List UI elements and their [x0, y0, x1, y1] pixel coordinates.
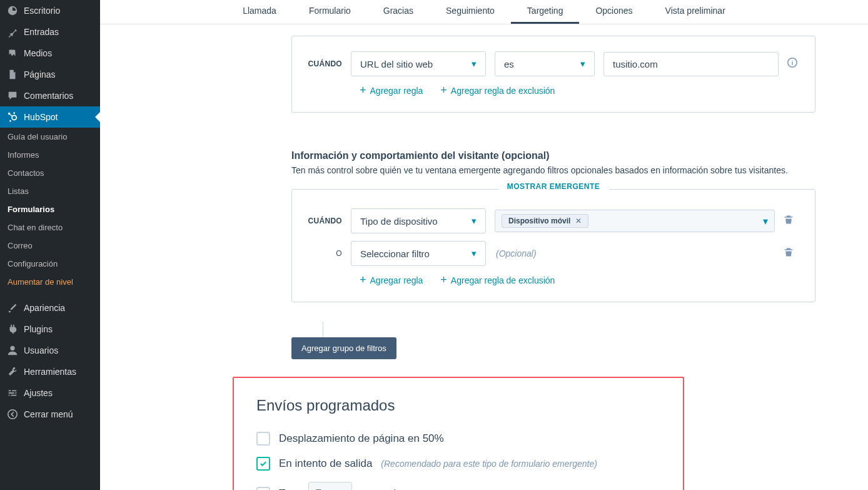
after-prefix: Tras	[279, 487, 300, 490]
svg-point-7	[8, 410, 17, 419]
pin-icon	[6, 26, 19, 38]
user-icon	[6, 344, 19, 357]
tab-gracias[interactable]: Gracias	[367, 0, 430, 24]
seconds-input[interactable]	[308, 482, 352, 490]
exit-intent-checkbox[interactable]	[256, 457, 270, 471]
plus-icon: +	[360, 273, 366, 287]
connector-line	[323, 321, 323, 337]
sidebar-item-entradas[interactable]: Entradas	[0, 21, 100, 43]
sidebar-item-label: Cerrar menú	[24, 409, 73, 419]
when-label: CUÁNDO	[307, 59, 342, 68]
sidebar-sub-config[interactable]: Configuración	[0, 255, 100, 273]
add-exclusion-link[interactable]: +Agregar regla de exclusión	[440, 84, 555, 97]
sidebar-item-label: Escritorio	[24, 6, 60, 16]
triggers-title: Envíos programados	[256, 397, 660, 414]
url-value-input[interactable]	[603, 52, 779, 76]
sidebar-item-label: Entradas	[24, 27, 59, 37]
add-exclusion-link[interactable]: +Agregar regla de exclusión	[440, 273, 555, 287]
sidebar-item-herramientas[interactable]: Herramientas	[0, 361, 100, 382]
device-value-select[interactable]: Dispositivo móvil ✕ ▾	[495, 210, 775, 232]
sidebar-sub-listas[interactable]: Listas	[0, 182, 100, 200]
wp-admin-sidebar: Escritorio Entradas Medios Páginas Comen…	[0, 0, 100, 490]
after-seconds-checkbox[interactable]	[256, 487, 270, 490]
add-rule-link[interactable]: +Agregar regla	[360, 84, 423, 97]
media-icon	[6, 47, 19, 59]
sidebar-item-apariencia[interactable]: Apariencia	[0, 297, 100, 319]
sidebar-item-comentarios[interactable]: Comentarios	[0, 85, 100, 106]
caret-down-icon: ▾	[472, 248, 477, 259]
page-icon	[6, 68, 19, 81]
plus-icon: +	[360, 84, 366, 97]
sliders-icon	[6, 387, 19, 399]
after-suffix: segundos	[361, 487, 407, 490]
sidebar-item-usuarios[interactable]: Usuarios	[0, 340, 100, 361]
device-mobile-tag: Dispositivo móvil ✕	[502, 214, 588, 228]
url-operator-select[interactable]: es ▾	[495, 51, 595, 76]
sidebar-item-label: HubSpot	[24, 112, 58, 122]
sidebar-item-label: Plugins	[24, 324, 53, 334]
visitor-filter-box: MOSTRAR EMERGENTE CUÁNDO Tipo de disposi…	[291, 189, 815, 302]
scroll-label: Desplazamiento de página en 50%	[279, 432, 444, 445]
visitor-section-subtitle: Ten más control sobre quién ve tu ventan…	[291, 165, 868, 175]
exit-intent-note: (Recomendado para este tipo de formulari…	[381, 459, 597, 469]
sidebar-item-label: Páginas	[24, 69, 56, 79]
svg-text:i: i	[792, 59, 794, 66]
tab-llamada[interactable]: Llamada	[226, 0, 293, 24]
when-label: CUÁNDO	[307, 217, 342, 225]
svg-point-0	[13, 51, 14, 53]
step-tabs: Llamada Formulario Gracias Seguimiento T…	[100, 0, 868, 24]
sidebar-item-paginas[interactable]: Páginas	[0, 64, 100, 85]
sidebar-item-escritorio[interactable]: Escritorio	[0, 0, 100, 21]
sidebar-sub-correo[interactable]: Correo	[0, 237, 100, 255]
sidebar-sub-aumentar[interactable]: Aumentar de nivel	[0, 273, 100, 291]
comment-icon	[6, 89, 19, 102]
sidebar-sub-chat[interactable]: Chat en directo	[0, 218, 100, 237]
visitor-section-title: Información y comportamiento del visitan…	[291, 150, 868, 161]
url-field-select[interactable]: URL del sitio web ▾	[351, 51, 486, 76]
sidebar-item-label: Usuarios	[24, 345, 58, 355]
add-rule-link[interactable]: +Agregar regla	[360, 273, 423, 287]
sidebar-item-plugins[interactable]: Plugins	[0, 319, 100, 340]
svg-point-4	[9, 120, 11, 122]
sidebar-item-label: Comentarios	[24, 91, 73, 101]
dashboard-icon	[6, 4, 19, 17]
sidebar-item-cerrar[interactable]: Cerrar menú	[0, 404, 100, 425]
filter-select[interactable]: Seleccionar filtro ▾	[351, 241, 486, 266]
sidebar-item-hubspot[interactable]: HubSpot	[0, 106, 100, 128]
tab-formulario[interactable]: Formulario	[293, 0, 367, 24]
sidebar-sub-guia[interactable]: Guía del usuario	[0, 128, 100, 146]
device-type-select[interactable]: Tipo de dispositivo ▾	[351, 208, 486, 233]
plus-icon: +	[440, 84, 447, 97]
tab-opciones[interactable]: Opciones	[579, 0, 648, 24]
sidebar-item-label: Herramientas	[24, 367, 76, 377]
delete-rule-icon[interactable]	[784, 215, 794, 227]
info-icon[interactable]: i	[787, 58, 797, 70]
svg-point-3	[13, 112, 15, 114]
caret-down-icon: ▾	[472, 215, 477, 227]
sidebar-sub-contactos[interactable]: Contactos	[0, 164, 100, 182]
add-filter-group-button[interactable]: Agregar grupo de filtros	[291, 337, 396, 359]
plugin-icon	[6, 323, 19, 335]
scroll-checkbox[interactable]	[256, 432, 270, 446]
select-value: URL del sitio web	[360, 59, 433, 69]
caret-down-icon: ▾	[472, 58, 477, 69]
select-value: Tipo de dispositivo	[360, 216, 438, 227]
sidebar-item-ajustes[interactable]: Ajustes	[0, 382, 100, 404]
caret-down-icon: ▾	[580, 58, 585, 69]
select-value: es	[504, 59, 514, 69]
tab-targeting[interactable]: Targeting	[511, 0, 580, 24]
delete-rule-icon[interactable]	[784, 247, 794, 260]
sidebar-sub-informes[interactable]: Informes	[0, 146, 100, 164]
tab-vista-preliminar[interactable]: Vista preliminar	[649, 0, 742, 24]
main-content: Llamada Formulario Gracias Seguimiento T…	[100, 0, 868, 490]
sidebar-item-label: Apariencia	[24, 303, 65, 313]
remove-tag-icon[interactable]: ✕	[575, 217, 582, 225]
hubspot-icon	[6, 111, 19, 123]
sidebar-item-label: Medios	[24, 48, 52, 58]
show-popup-label: MOSTRAR EMERGENTE	[498, 182, 609, 191]
or-label: O	[307, 249, 342, 258]
sidebar-item-medios[interactable]: Medios	[0, 43, 100, 64]
tab-seguimiento[interactable]: Seguimiento	[430, 0, 511, 24]
optional-hint: (Opcional)	[495, 248, 775, 258]
sidebar-sub-formularios[interactable]: Formularios	[0, 200, 100, 218]
